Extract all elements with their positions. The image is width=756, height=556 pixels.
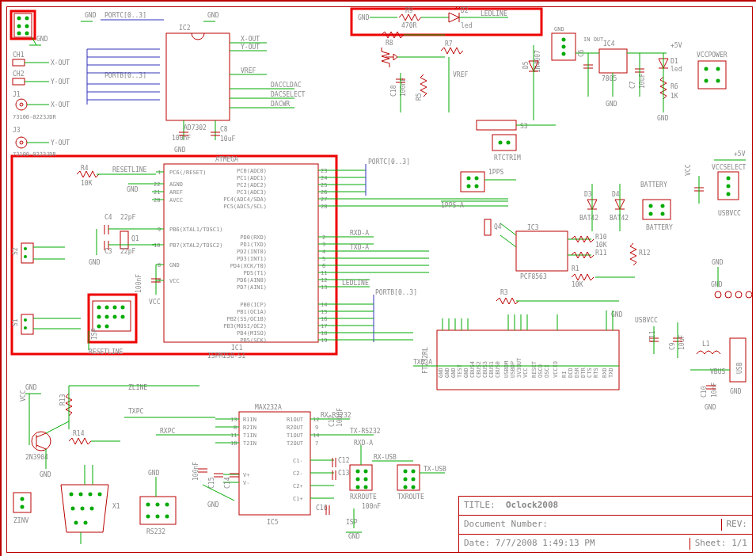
svg-text:C15: C15 (208, 477, 215, 489)
svg-text:21: 21 (154, 189, 160, 196)
svg-text:1PPS-A: 1PPS-A (441, 202, 464, 209)
svg-text:18: 18 (321, 330, 327, 337)
titleblock-sheet: 1/1 (731, 538, 747, 548)
ic1-footer: ISPMISO-S1 (207, 352, 245, 360)
svg-text:RXD: RXD (602, 367, 608, 378)
svg-text:TX-RS232: TX-RS232 (350, 428, 381, 435)
svg-text:PC5(ADC5/SCL): PC5(ADC5/SCL) (223, 204, 267, 210)
svg-text:TXPC: TXPC (128, 408, 143, 415)
svg-text:GND: GND (89, 259, 101, 266)
svg-text:V+: V+ (243, 472, 249, 478)
ic2-body (166, 33, 230, 120)
net-xout: X-OUT (51, 101, 70, 109)
usb-connector (730, 338, 746, 382)
svg-text:D1: D1 (671, 58, 678, 65)
svg-point-304 (725, 291, 731, 298)
svg-text:OSCO: OSCO (538, 364, 544, 378)
svg-text:D5: D5 (522, 61, 530, 69)
svg-text:14: 14 (313, 432, 319, 439)
svg-point-496 (412, 478, 416, 482)
svg-text:PD4(XCK/T0): PD4(XCK/T0) (230, 263, 267, 269)
svg-text:PB7(XTAL2/TOSC2): PB7(XTAL2/TOSC2) (169, 242, 222, 249)
svg-text:PB1(OC1A): PB1(OC1A) (237, 309, 267, 315)
svg-text:RX-USB: RX-USB (374, 454, 397, 461)
svg-text:L1: L1 (702, 341, 710, 348)
svg-text:1PPS: 1PPS (488, 169, 503, 176)
svg-point-414 (146, 515, 150, 519)
svg-point-405 (74, 521, 78, 525)
svg-text:RESETLINE: RESETLINE (89, 348, 123, 356)
svg-text:PD0(RXD): PD0(RXD) (240, 234, 267, 241)
svg-text:R11: R11 (595, 249, 607, 257)
svg-text:DACSELECT: DACSELECT (271, 91, 306, 98)
1pps-connector (461, 172, 484, 192)
titleblock-doc-label: Document Number: (464, 519, 548, 531)
svg-text:GND: GND (207, 501, 219, 508)
svg-text:7: 7 (315, 440, 318, 447)
svg-text:26: 26 (321, 189, 327, 196)
svg-text:VCC: VCC (20, 390, 27, 402)
ft232-pins: GND GND GND TEST GND CBUS4 CBUS2 CBUS3 C… (438, 357, 614, 378)
svg-text:S1: S1 (12, 318, 19, 326)
svg-text:3: 3 (322, 242, 325, 248)
svg-point-404 (90, 507, 94, 511)
svg-point-1 (25, 17, 29, 21)
svg-text:BATTERY: BATTERY (646, 224, 673, 231)
svg-point-399 (79, 493, 83, 497)
svg-text:R7: R7 (445, 40, 453, 48)
svg-text:3V3OUT: 3V3OUT (516, 357, 522, 378)
svg-point-485 (364, 478, 368, 482)
svg-text:GND: GND (554, 26, 564, 32)
svg-text:USBVCC: USBVCC (635, 317, 658, 324)
svg-point-265 (475, 177, 479, 181)
titleblock-sheet-label: Sheet: (695, 538, 727, 548)
svg-text:GND: GND (730, 388, 742, 395)
svg-text:C7: C7 (629, 81, 636, 89)
crystal-q4 (484, 219, 491, 235)
svg-text:GND: GND (25, 384, 37, 391)
net-gnd-label: GND (36, 36, 48, 43)
svg-text:TXD-A: TXD-A (413, 359, 432, 366)
svg-text:D4: D4 (612, 191, 620, 198)
svg-text:8: 8 (158, 262, 161, 268)
svg-text:CBUS0: CBUS0 (495, 361, 501, 378)
rs232-connector (140, 497, 176, 524)
svg-text:13: 13 (230, 417, 237, 423)
svg-point-183 (121, 315, 125, 319)
svg-text:470R: 470R (401, 22, 416, 29)
svg-text:R5: R5 (416, 93, 423, 101)
svg-text:USBDP: USBDP (510, 361, 516, 378)
svg-point-482 (356, 470, 360, 474)
titleblock-date-label: Date: (464, 538, 490, 548)
svg-point-18 (16, 137, 27, 148)
schematic-frame: GND GND PORTC[0..3] GND CH1 X-OUT CH2 Y-… (0, 0, 756, 556)
svg-point-266 (467, 185, 471, 189)
svg-text:9: 9 (315, 425, 318, 431)
svg-point-295 (649, 212, 653, 216)
svg-text:100nF: 100nF (362, 503, 381, 510)
svg-text:VCC: VCC (522, 367, 529, 378)
svg-text:22pF: 22pF (120, 214, 135, 221)
svg-text:PB2(SS/OC1B): PB2(SS/OC1B) (226, 316, 267, 322)
svg-text:TXROUTE: TXROUTE (397, 493, 424, 501)
svg-point-296 (661, 212, 665, 216)
svg-text:PB4(MISO): PB4(MISO) (237, 330, 267, 337)
svg-text:10: 10 (230, 440, 237, 447)
svg-text:GND: GND (463, 367, 469, 378)
svg-line-279 (500, 235, 516, 247)
svg-text:22: 22 (154, 181, 160, 188)
svg-line-278 (500, 223, 516, 235)
svg-text:PC4(ADC4/SDA): PC4(ADC4/SDA) (223, 196, 267, 203)
svg-text:RI: RI (561, 371, 568, 378)
svg-text:S2: S2 (12, 247, 19, 255)
svg-text:13: 13 (321, 284, 327, 291)
svg-text:GND: GND (358, 14, 370, 21)
svg-point-177 (105, 306, 109, 310)
svg-text:C14: C14 (224, 477, 231, 489)
svg-text:10: 10 (154, 242, 160, 249)
svg-text:6: 6 (322, 263, 325, 269)
svg-text:DCD: DCD (568, 367, 574, 378)
svg-text:V-: V- (243, 480, 249, 486)
svg-text:10K: 10K (595, 242, 607, 249)
svg-text:ZLINE: ZLINE (128, 384, 147, 391)
